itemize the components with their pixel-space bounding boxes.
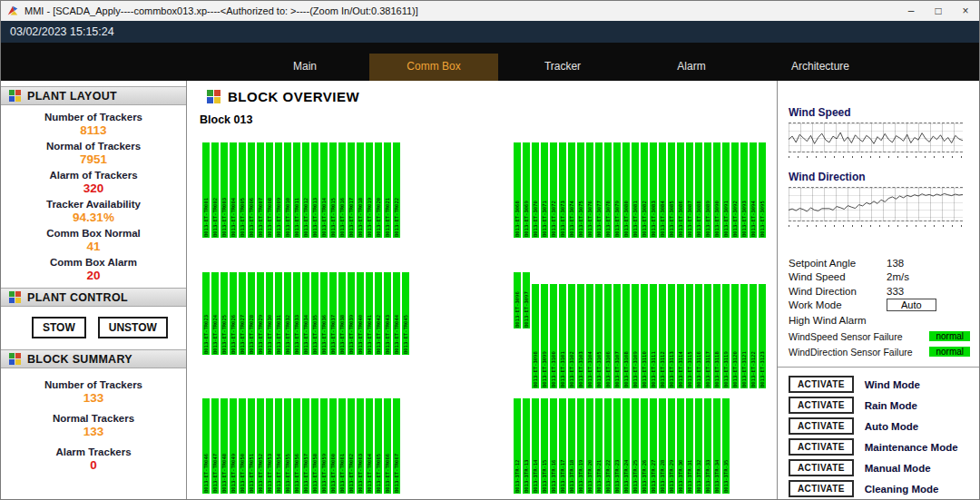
activate-button[interactable]: ACTIVATE bbox=[789, 417, 854, 435]
tracker-cell[interactable]: B013-3TR-34 bbox=[713, 398, 720, 494]
tracker-cell[interactable]: B013-ET-3106 bbox=[604, 284, 612, 388]
tracker-cell[interactable]: B013-ET-3071 bbox=[541, 142, 548, 238]
nav-tab[interactable]: Main bbox=[240, 54, 369, 81]
tracker-cell[interactable]: B013-ET-TR040 bbox=[357, 272, 364, 355]
tracker-cell[interactable]: B013-ET-TR042 bbox=[375, 272, 382, 355]
tracker-cell[interactable]: B013-3TR-23 bbox=[613, 398, 621, 494]
tracker-cell[interactable]: B013-ET-TR037 bbox=[329, 272, 337, 355]
nav-tab[interactable]: Alarm bbox=[627, 54, 756, 81]
tracker-cell[interactable]: B013-ET-3074 bbox=[568, 142, 575, 238]
tracker-cell[interactable]: B013-ET-3090 bbox=[713, 142, 720, 238]
nav-tab[interactable]: Architecture bbox=[756, 54, 885, 81]
tracker-cell[interactable]: B013-3TR-24 bbox=[622, 398, 630, 494]
tracker-cell[interactable]: B013-ET-3123 bbox=[759, 284, 766, 388]
tracker-cell[interactable]: B013-ET-TR047 bbox=[211, 398, 219, 494]
tracker-cell[interactable]: B013-ET-TR024 bbox=[211, 272, 219, 355]
tracker-cell[interactable]: B013-ET-TR052 bbox=[257, 398, 264, 494]
tracker-cell[interactable]: B013-ET-TR014 bbox=[320, 142, 328, 238]
tracker-cell[interactable]: B013-ET-3069 bbox=[523, 142, 530, 238]
tracker-cell[interactable]: B013-ET-3116 bbox=[695, 284, 702, 388]
tracker-cell[interactable]: B013-3TR-31 bbox=[686, 398, 693, 494]
tracker-cell[interactable]: B013-ET-3072 bbox=[550, 142, 557, 238]
tracker-cell[interactable]: B013-ET-TR059 bbox=[320, 398, 328, 494]
tracker-cell[interactable]: B013-ET-TR054 bbox=[275, 398, 282, 494]
tracker-cell[interactable]: B013-3TR-28 bbox=[659, 398, 666, 494]
tracker-cell[interactable]: B013-ET-TR067 bbox=[393, 398, 400, 494]
tracker-cell[interactable]: B013-ET-3120 bbox=[731, 284, 739, 388]
close-button[interactable]: × bbox=[952, 1, 979, 21]
tracker-cell[interactable]: B013-ET-TR051 bbox=[248, 398, 255, 494]
tracker-cell[interactable]: B013-ET-3121 bbox=[740, 284, 748, 388]
tracker-cell[interactable]: B013-ET-3101 bbox=[559, 284, 566, 388]
tracker-cell[interactable]: B013-ET-TR020 bbox=[375, 142, 382, 238]
tracker-cell[interactable]: B013-3TR-19 bbox=[577, 398, 584, 494]
activate-button[interactable]: ACTIVATE bbox=[789, 480, 854, 497]
tracker-cell[interactable]: B013-ET-3081 bbox=[632, 142, 639, 238]
tracker-cell[interactable]: B013-ET-TR034 bbox=[302, 272, 309, 355]
tracker-cell[interactable]: B013-ET-TR028 bbox=[248, 272, 255, 355]
activate-button[interactable]: ACTIVATE bbox=[789, 376, 854, 393]
tracker-cell[interactable]: B013-ET-3107 bbox=[613, 284, 621, 388]
tracker-cell[interactable]: B013-ET-TR035 bbox=[311, 272, 318, 355]
tracker-cell[interactable]: B013-ET-TR017 bbox=[348, 142, 355, 238]
tracker-cell[interactable]: B013-ET-3068 bbox=[514, 142, 521, 238]
tracker-cell[interactable]: B013-ET-TR029 bbox=[257, 272, 264, 355]
tracker-cell[interactable]: B013-3TR-22 bbox=[604, 398, 612, 494]
tracker-cell[interactable]: B013-3TR-12 bbox=[514, 398, 521, 494]
tracker-cell[interactable]: B013-ET-TR057 bbox=[302, 398, 309, 494]
tracker-cell[interactable]: B013-ET-3098 bbox=[532, 284, 539, 388]
tracker-cell[interactable]: B013-ET-3086 bbox=[677, 142, 684, 238]
tracker-cell[interactable]: B013-3TR-15 bbox=[541, 398, 548, 494]
tracker-cell[interactable]: B013-ET-TR004 bbox=[230, 142, 237, 238]
tracker-cell[interactable]: B013-ET-3076 bbox=[586, 142, 593, 238]
tracker-cell[interactable]: B013-ET-TR032 bbox=[284, 272, 291, 355]
tracker-cell[interactable]: B013-ET-TR049 bbox=[230, 398, 237, 494]
tracker-cell[interactable]: B013-ET-3109 bbox=[632, 284, 639, 388]
tracker-cell[interactable]: B013-ET-TR027 bbox=[239, 272, 246, 355]
tracker-cell[interactable]: B013-3TR-33 bbox=[704, 398, 711, 494]
tracker-cell[interactable]: B013-ET-TR013 bbox=[311, 142, 318, 238]
plant-control-button[interactable]: STOW bbox=[32, 317, 86, 338]
tracker-cell[interactable]: B013-3TR-16 bbox=[550, 398, 557, 494]
tracker-cell[interactable]: B013-3TR-13 bbox=[523, 398, 530, 494]
tracker-cell[interactable]: B013-ET-3085 bbox=[668, 142, 675, 238]
tracker-cell[interactable]: B013-ET-3084 bbox=[659, 142, 666, 238]
tracker-cell[interactable]: B013-ET-3080 bbox=[622, 142, 630, 238]
tracker-cell[interactable]: B013-ET-TR058 bbox=[311, 398, 318, 494]
tracker-cell[interactable]: B013-ET-3073 bbox=[559, 142, 566, 238]
tracker-cell[interactable]: B013-ET-3108 bbox=[622, 284, 630, 388]
tracker-cell[interactable]: B013-ET-TR002 bbox=[211, 142, 219, 238]
tracker-cell[interactable]: B013-ET-TR053 bbox=[266, 398, 273, 494]
tracker-cell[interactable]: B013-ET-3091 bbox=[722, 142, 730, 238]
tracker-cell[interactable]: B013-ET-TR066 bbox=[384, 398, 391, 494]
tracker-cell[interactable]: B013-3TR-26 bbox=[641, 398, 648, 494]
tracker-cell[interactable]: B013-ET-3118 bbox=[713, 284, 720, 388]
nav-tab[interactable]: Comm Box bbox=[369, 54, 498, 81]
tracker-cell[interactable]: B013-ET-3115 bbox=[686, 284, 693, 388]
tracker-cell[interactable]: B013-3TR-35 bbox=[722, 398, 730, 494]
tracker-cell[interactable]: B013-3TR-30 bbox=[677, 398, 684, 494]
tracker-cell[interactable]: B013-ET-TR063 bbox=[357, 398, 364, 494]
tracker-cell[interactable]: B013-ET-TR018 bbox=[357, 142, 364, 238]
tracker-cell[interactable]: B013-ET-TR031 bbox=[275, 272, 282, 355]
tracker-cell[interactable]: B013-ET-TR046 bbox=[202, 398, 210, 494]
activate-button[interactable]: ACTIVATE bbox=[789, 438, 854, 456]
tracker-cell[interactable]: B013-ET-3122 bbox=[750, 284, 757, 388]
tracker-cell[interactable]: B013-ET-TR062 bbox=[348, 398, 355, 494]
tracker-cell[interactable]: B013-ET-3112 bbox=[659, 284, 666, 388]
tracker-cell[interactable]: B013-ET-TR065 bbox=[375, 398, 382, 494]
tracker-cell[interactable]: B013-ET-TR015 bbox=[329, 142, 337, 238]
tracker-cell[interactable]: B013-ET-TR056 bbox=[293, 398, 300, 494]
tracker-cell[interactable]: B013-ET-TR008 bbox=[266, 142, 273, 238]
tracker-cell[interactable]: B013-ET-3113 bbox=[668, 284, 675, 388]
activate-button[interactable]: ACTIVATE bbox=[789, 397, 854, 414]
tracker-cell[interactable]: B013-ET-TR001 bbox=[202, 142, 210, 238]
tracker-cell[interactable]: B013-ET-TR064 bbox=[366, 398, 373, 494]
tracker-cell[interactable]: B013-ET-3087 bbox=[686, 142, 693, 238]
tracker-cell[interactable]: B013-ET-3100 bbox=[550, 284, 557, 388]
tracker-cell[interactable]: B013-ET-3078 bbox=[604, 142, 612, 238]
tracker-cell[interactable]: B013-ET-TR007 bbox=[257, 142, 264, 238]
tracker-cell[interactable]: B013-ET-TR050 bbox=[239, 398, 246, 494]
window-titlebar[interactable]: MMI - [SCADA_Apply----commbox013.xp----<… bbox=[1, 1, 979, 21]
tracker-cell[interactable]: B013-ET-TR016 bbox=[338, 142, 346, 238]
